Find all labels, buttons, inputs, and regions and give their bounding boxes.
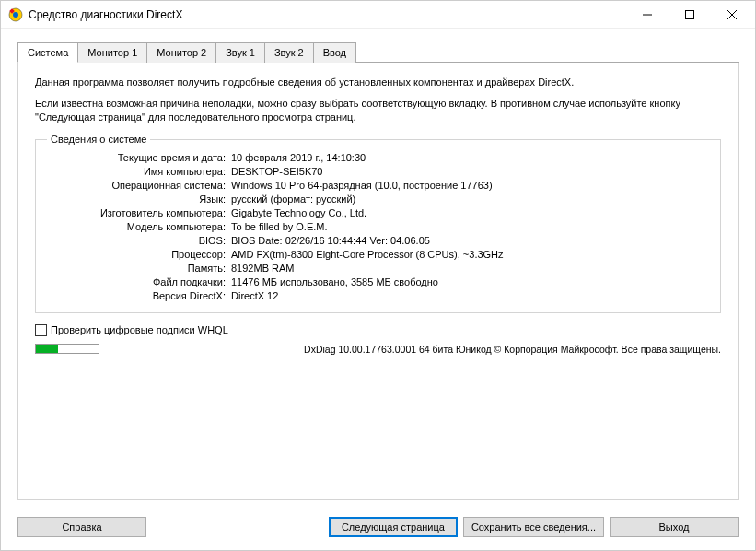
close-button[interactable] — [711, 1, 753, 29]
tab-system[interactable]: Система — [17, 42, 78, 63]
next-page-button[interactable]: Следующая страница — [329, 517, 458, 537]
app-icon — [8, 7, 23, 22]
whql-checkbox[interactable] — [35, 324, 47, 336]
label-language: Язык: — [47, 193, 231, 205]
value-pagefile: 11476 МБ использовано, 3585 МБ свободно — [231, 276, 709, 287]
intro-text-2: Если известна возможная причина неполадк… — [35, 97, 721, 124]
whql-checkbox-label: Проверить цифровые подписи WHQL — [51, 324, 228, 335]
row-directx: Версия DirectX:DirectX 12 — [47, 289, 709, 303]
footer-row: DxDiag 10.00.17763.0001 64 бита Юникод ©… — [35, 344, 721, 355]
content-area: Система Монитор 1 Монитор 2 Звук 1 Звук … — [1, 29, 755, 510]
value-datetime: 10 февраля 2019 г., 14:10:30 — [231, 152, 709, 163]
value-manufacturer: Gigabyte Technology Co., Ltd. — [231, 207, 709, 218]
progress-fill — [36, 345, 58, 353]
row-model: Модель компьютера:To be filled by O.E.M. — [47, 220, 709, 234]
label-model: Модель компьютера: — [47, 221, 231, 232]
progress-bar — [35, 344, 99, 354]
intro-text-1: Данная программа позволяет получить подр… — [35, 76, 721, 89]
spacer — [152, 517, 323, 537]
row-processor: Процессор:AMD FX(tm)-8300 Eight-Core Pro… — [47, 248, 709, 262]
system-info-group: Сведения о системе Текущие время и дата:… — [35, 139, 721, 313]
label-bios: BIOS: — [47, 235, 231, 246]
window: Средство диагностики DirectX Система Мон… — [0, 0, 756, 551]
tab-sound2[interactable]: Звук 2 — [264, 42, 314, 63]
label-memory: Память: — [47, 263, 231, 274]
label-pagefile: Файл подкачки: — [47, 276, 231, 287]
row-language: Язык:русский (формат: русский) — [47, 193, 709, 206]
row-pagefile: Файл подкачки:11476 МБ использовано, 358… — [47, 276, 709, 289]
row-bios: BIOS:BIOS Date: 02/26/16 10:44:44 Ver: 0… — [47, 234, 709, 248]
label-computername: Имя компьютера: — [47, 166, 231, 177]
value-os: Windows 10 Pro 64-разрядная (10.0, постр… — [231, 180, 709, 191]
tab-sound1[interactable]: Звук 1 — [215, 42, 265, 63]
tab-monitor2[interactable]: Монитор 2 — [146, 42, 216, 63]
minimize-button[interactable] — [626, 1, 669, 29]
label-processor: Процессор: — [47, 249, 231, 260]
system-info-legend: Сведения о системе — [47, 134, 150, 145]
maximize-button[interactable] — [669, 1, 711, 29]
label-os: Операционная система: — [47, 180, 231, 191]
svg-point-1 — [13, 12, 18, 18]
window-title: Средство диагностики DirectX — [29, 8, 626, 21]
button-bar: Справка Следующая страница Сохранить все… — [1, 510, 755, 550]
help-button[interactable]: Справка — [17, 517, 146, 537]
exit-button[interactable]: Выход — [610, 517, 739, 537]
window-controls — [626, 1, 753, 29]
row-memory: Память:8192MB RAM — [47, 262, 709, 276]
system-info-rows: Текущие время и дата:10 февраля 2019 г.,… — [47, 151, 709, 303]
tab-input[interactable]: Ввод — [313, 42, 356, 63]
row-os: Операционная система:Windows 10 Pro 64-р… — [47, 179, 709, 193]
row-datetime: Текущие время и дата:10 февраля 2019 г.,… — [47, 151, 709, 165]
label-datetime: Текущие время и дата: — [47, 152, 231, 163]
value-computername: DESKTOP-SEI5K70 — [231, 166, 709, 177]
tab-bar: Система Монитор 1 Монитор 2 Звук 1 Звук … — [17, 41, 739, 63]
svg-rect-4 — [686, 10, 694, 18]
row-manufacturer: Изготовитель компьютера:Gigabyte Technol… — [47, 206, 709, 220]
tab-content: Данная программа позволяет получить подр… — [17, 63, 739, 500]
label-manufacturer: Изготовитель компьютера: — [47, 207, 231, 218]
label-directx: Версия DirectX: — [47, 290, 231, 301]
value-model: To be filled by O.E.M. — [231, 221, 709, 232]
value-memory: 8192MB RAM — [231, 263, 709, 274]
whql-checkbox-row[interactable]: Проверить цифровые подписи WHQL — [35, 324, 721, 336]
titlebar: Средство диагностики DirectX — [1, 1, 755, 29]
value-processor: AMD FX(tm)-8300 Eight-Core Processor (8 … — [231, 249, 709, 260]
value-directx: DirectX 12 — [231, 290, 709, 301]
value-bios: BIOS Date: 02/26/16 10:44:44 Ver: 04.06.… — [231, 235, 709, 246]
tab-monitor1[interactable]: Монитор 1 — [77, 42, 147, 63]
version-text: DxDiag 10.00.17763.0001 64 бита Юникод ©… — [110, 344, 721, 355]
save-all-button[interactable]: Сохранить все сведения... — [463, 517, 604, 537]
value-language: русский (формат: русский) — [231, 193, 709, 205]
row-computername: Имя компьютера:DESKTOP-SEI5K70 — [47, 165, 709, 179]
